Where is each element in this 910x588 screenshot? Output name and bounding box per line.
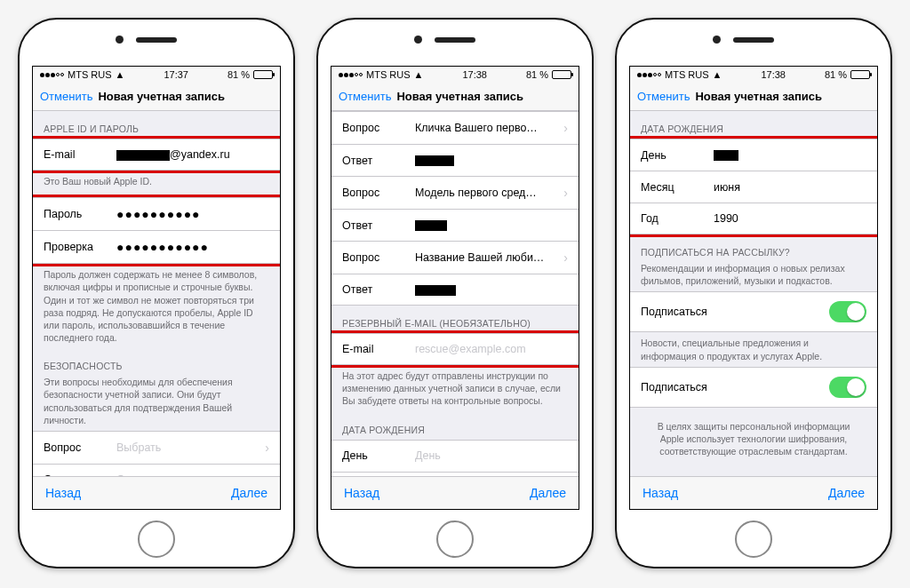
q2-label: Вопрос <box>342 187 408 199</box>
section-dob-header: ДАТА РОЖДЕНИЯ <box>630 111 877 139</box>
nav-bar: Отменить Новая учетная запись <box>33 83 280 111</box>
toggle-switch-icon[interactable] <box>829 301 866 322</box>
signal-icon <box>40 73 64 77</box>
section-subscribe-header: ПОДПИСАТЬСЯ НА РАССЫЛКУ? <box>630 234 877 262</box>
phone-2: MTS RUS ▲ 17:38 81 % Отменить Новая учет… <box>316 18 594 568</box>
day-row[interactable]: День День <box>331 440 579 472</box>
status-bar: MTS RUS ▲ 17:38 81 % <box>331 67 579 83</box>
a3-label: Ответ <box>342 283 408 296</box>
rescue-row[interactable]: E-mail rescue@example.com <box>331 333 579 365</box>
answer-row[interactable]: Ответ Ответ <box>33 464 280 476</box>
q3-row[interactable]: Вопрос Название Вашей люби… › <box>331 241 579 274</box>
carrier-label: MTS RUS <box>68 69 112 80</box>
section-dob-header: ДАТА РОЖДЕНИЯ <box>331 412 579 440</box>
a1-label: Ответ <box>342 155 408 167</box>
dob-group: День Месяц июня Год 1990 <box>630 139 877 234</box>
home-button[interactable] <box>436 520 474 558</box>
battery-icon <box>850 70 870 79</box>
email-row[interactable]: E-mail @yandex.ru <box>33 139 280 171</box>
carrier-label: MTS RUS <box>665 69 709 80</box>
a3-row[interactable]: Ответ <box>331 274 579 306</box>
month-value: июня <box>714 181 866 194</box>
back-button[interactable]: Назад <box>45 486 81 500</box>
month-label: Месяц <box>641 181 706 194</box>
back-button[interactable]: Назад <box>643 486 678 500</box>
next-button[interactable]: Далее <box>530 486 566 500</box>
wifi-icon: ▲ <box>414 69 424 80</box>
dob-group: День День Месяц Месяц <box>331 440 579 476</box>
day-row[interactable]: День <box>630 139 877 171</box>
subscribe-1-row[interactable]: Подписаться <box>630 291 877 332</box>
questions-group: Вопрос Кличка Вашего перво… › Ответ Вопр… <box>331 111 579 306</box>
verify-row[interactable]: Проверка ●●●●●●●●●●● <box>33 230 280 264</box>
signal-icon <box>637 73 661 77</box>
a3-value <box>415 283 568 296</box>
speaker-grille <box>136 37 177 43</box>
password-value: ●●●●●●●●●● <box>116 207 269 221</box>
signal-icon <box>339 73 363 77</box>
email-redacted <box>116 150 170 161</box>
front-camera <box>116 36 124 44</box>
q1-label: Вопрос <box>342 122 408 134</box>
battery-icon <box>552 70 571 79</box>
wifi-icon: ▲ <box>116 69 125 80</box>
screen-3: MTS RUS ▲ 17:38 81 % Отменить Новая учет… <box>629 66 878 510</box>
month-row[interactable]: Месяц июня <box>630 171 877 203</box>
home-button[interactable] <box>735 520 772 558</box>
carrier-label: MTS RUS <box>366 69 411 80</box>
verify-label: Проверка <box>44 241 109 253</box>
a1-row[interactable]: Ответ <box>331 144 579 176</box>
back-button[interactable]: Назад <box>344 486 379 500</box>
day-value <box>714 149 866 162</box>
phone-3: MTS RUS ▲ 17:38 81 % Отменить Новая учет… <box>615 18 892 568</box>
subscribe-2-label: Подписаться <box>641 381 707 393</box>
question-row[interactable]: Вопрос Выбрать › <box>33 431 280 464</box>
clock: 17:37 <box>164 69 188 80</box>
cancel-button[interactable]: Отменить <box>339 90 391 103</box>
a2-row[interactable]: Ответ <box>331 209 579 241</box>
subscribe-footer-1: Рекомендации и информация о новых релиза… <box>630 262 877 291</box>
toggle-switch-icon[interactable] <box>829 377 866 398</box>
security-footer: Эти вопросы необходимы для обеспечения б… <box>33 376 280 431</box>
status-bar: MTS RUS ▲ 17:37 81 % <box>33 67 280 83</box>
cancel-button[interactable]: Отменить <box>637 90 690 103</box>
email-row-group: E-mail @yandex.ru <box>33 139 280 171</box>
screen-1: MTS RUS ▲ 17:37 81 % Отменить Новая учет… <box>32 66 281 510</box>
bottom-toolbar: Назад Далее <box>331 476 579 509</box>
section-appleid-header: APPLE ID И ПАРОЛЬ <box>33 111 280 139</box>
front-camera <box>414 36 422 44</box>
subscribe-1-label: Подписаться <box>641 306 707 318</box>
next-button[interactable]: Далее <box>231 486 267 500</box>
phone-1: MTS RUS ▲ 17:37 81 % Отменить Новая учет… <box>18 18 295 568</box>
speaker-grille <box>733 37 774 43</box>
email-label: E-mail <box>44 148 109 161</box>
q1-row[interactable]: Вопрос Кличка Вашего перво… › <box>331 111 579 144</box>
subscribe-group-1: Подписаться <box>630 291 877 332</box>
password-group: Пароль ●●●●●●●●●● Проверка ●●●●●●●●●●● <box>33 197 280 264</box>
q2-row[interactable]: Вопрос Модель первого сред… › <box>331 176 579 209</box>
email-suffix: @yandex.ru <box>170 148 230 161</box>
next-button[interactable]: Далее <box>828 486 865 500</box>
chevron-right-icon: › <box>265 441 269 455</box>
verify-value: ●●●●●●●●●●● <box>116 240 269 254</box>
password-row[interactable]: Пароль ●●●●●●●●●● <box>33 197 280 230</box>
day-placeholder: День <box>415 449 568 462</box>
q2-value: Модель первого сред… <box>415 187 553 199</box>
subscribe-2-row[interactable]: Подписаться <box>630 367 877 408</box>
home-button[interactable] <box>138 520 175 558</box>
subscribe-footer-2: Новости, специальные предложения и инфор… <box>630 332 877 366</box>
year-row[interactable]: Год 1990 <box>630 203 877 234</box>
battery-pct: 81 % <box>825 69 847 80</box>
rescue-footer: На этот адрес будут отправлены инструкци… <box>331 365 579 412</box>
year-value: 1990 <box>714 212 866 225</box>
bottom-toolbar: Назад Далее <box>630 476 877 509</box>
section-security-header: БЕЗОПАСНОСТЬ <box>33 348 280 376</box>
front-camera <box>713 36 721 44</box>
chevron-right-icon: › <box>563 186 568 200</box>
clock: 17:38 <box>761 69 786 80</box>
status-bar: MTS RUS ▲ 17:38 81 % <box>630 67 877 83</box>
a2-label: Ответ <box>342 219 408 232</box>
subscribe-group-2: Подписаться <box>630 367 877 408</box>
cancel-button[interactable]: Отменить <box>40 90 92 103</box>
q3-value: Название Вашей люби… <box>415 251 553 264</box>
